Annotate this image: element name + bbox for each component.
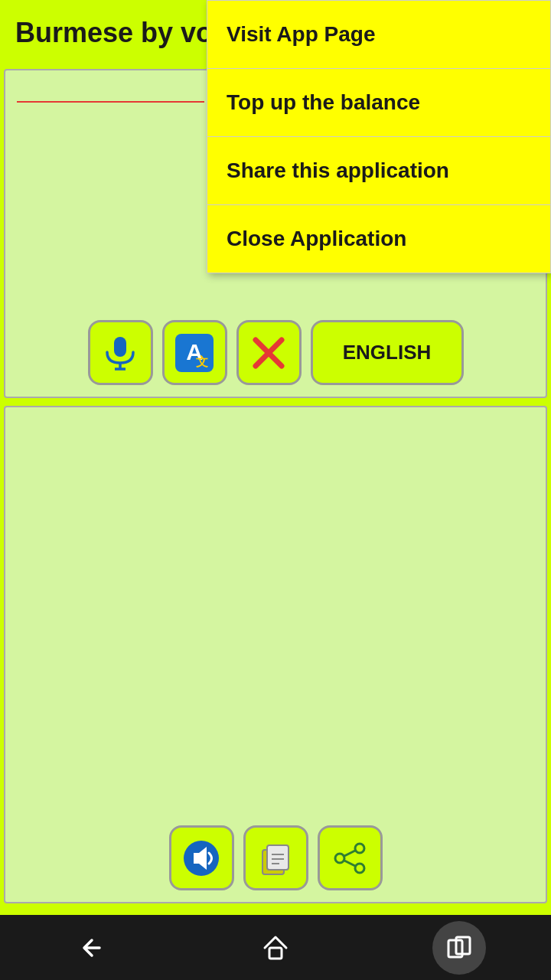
dropdown-overlay[interactable]: Visit App Page Top up the balance Share …	[0, 0, 551, 980]
dropdown-menu: Visit App Page Top up the balance Share …	[207, 0, 551, 273]
menu-item-top-up[interactable]: Top up the balance	[207, 69, 550, 137]
menu-item-close[interactable]: Close Application	[207, 205, 550, 273]
menu-item-share[interactable]: Share this application	[207, 137, 550, 205]
menu-item-visit-app[interactable]: Visit App Page	[207, 1, 550, 69]
